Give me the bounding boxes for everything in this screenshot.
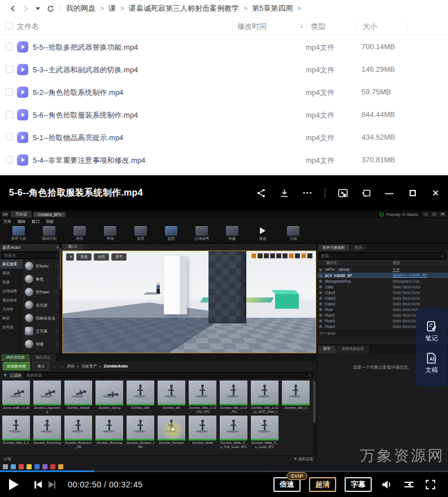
breadcrumb-item[interactable]: 第5章第四周	[252, 3, 293, 14]
download-icon[interactable]	[279, 187, 290, 198]
video-player-window: 5-6--角色拾取服装系统制作.mp4 —	[0, 175, 448, 497]
info-icon: ⓘ	[55, 263, 59, 269]
viewport-white-column	[164, 256, 186, 314]
file-name[interactable]: 5-2--角色拾取系统制作.mp4	[33, 88, 123, 98]
play-button[interactable]	[9, 479, 19, 490]
asset-item: Zombie_Walk	[189, 416, 216, 449]
history-dropdown-icon[interactable]	[32, 2, 44, 15]
more-icon[interactable]	[302, 187, 313, 198]
cast-icon[interactable]	[360, 187, 372, 198]
share-icon[interactable]	[255, 187, 267, 198]
picture-in-picture-icon[interactable]	[337, 187, 349, 198]
asset-thumbnail	[33, 381, 61, 405]
ue-content-browser: 内容浏览器 输出日志 添加新内容 导入 ← → 内容▸ 玩家资产▸ Zombie…	[0, 353, 316, 463]
minimize-icon[interactable]: —	[384, 187, 395, 198]
select-all-checkbox[interactable]	[6, 22, 13, 29]
maximize-icon[interactable]	[407, 187, 418, 198]
asset-item: Zombie_Idle_1-v2_IPC	[220, 381, 247, 414]
import-button: 导入	[33, 362, 50, 370]
column-filename[interactable]: 文件名	[17, 21, 39, 32]
ue-toolbar: 保存当前 源码控制 内容 市场 设置 蓝	[0, 224, 448, 244]
video-file-icon	[17, 41, 28, 53]
notes-button[interactable]: 笔记	[425, 320, 438, 343]
outliner-tab: 世界大纲视图	[318, 244, 349, 251]
ue-place-actors-panel: 放置Actor ✕ ⌕ 最近放置基础光源过场动画视觉效果几何体体积所有类	[0, 244, 62, 353]
ue-place-category: 几何体	[0, 305, 23, 314]
file-name[interactable]: 5-3--主武器和副武器的切换.mp4	[33, 65, 138, 75]
transcript-button[interactable]: A\ 文稿	[425, 352, 438, 374]
refresh-icon[interactable]	[44, 2, 56, 15]
divider	[325, 188, 325, 197]
row-checkbox[interactable]	[6, 43, 13, 50]
breadcrumb-separator: >	[297, 5, 301, 12]
file-name[interactable]: 5-6--角色拾取服装系统制作.mp4	[33, 110, 138, 120]
asset-item: Zombie_Scratch_Idle	[127, 416, 154, 449]
row-checkbox[interactable]	[6, 66, 13, 73]
asset-thumbnail	[95, 416, 123, 440]
file-row[interactable]: 5-6--角色拾取服装系统制作.mp4 mp4文件 844.44MB	[0, 103, 448, 126]
file-name[interactable]: 5-1--拾取物品高亮提示.mp4	[33, 133, 123, 143]
row-checkbox[interactable]	[6, 111, 13, 118]
add-new-button: 添加新内容	[3, 362, 30, 370]
file-row[interactable]: 5-2--角色拾取系统制作.mp4 mp4文件 59.75MB	[0, 81, 448, 103]
ue-place-item: 球体 ⓘ	[23, 338, 62, 351]
file-row[interactable]: 5-5--拾取多把武器替换功能.mp4 mp4文件 700.14MB	[0, 36, 448, 58]
asset-thumbnail	[95, 381, 123, 405]
playlist-icon[interactable]	[402, 478, 416, 491]
asset-thumbnail	[189, 416, 216, 440]
breadcrumb-item[interactable]: 课	[108, 3, 116, 14]
ue-window-title: Friendly Or Bases	[386, 213, 418, 217]
breadcrumb-item[interactable]: 谌嘉诚死寂第三人称射击案例教学	[129, 3, 239, 14]
file-name[interactable]: 5-4--非常重要注意事项和修改.mp4	[33, 155, 145, 166]
column-type[interactable]: 类型	[311, 21, 325, 32]
file-type: mp4文件	[306, 42, 334, 53]
asset-item: Zombie_Idle_1-v2_to_SCD_Start_IPC	[251, 381, 279, 414]
info-icon: ⓘ	[55, 342, 59, 347]
asset-thumbnail	[158, 416, 185, 440]
file-name[interactable]: 5-5--拾取多把武器替换功能.mp4	[33, 42, 138, 53]
close-icon[interactable]: ✕	[430, 187, 441, 198]
outliner-row: Cube2 Static Mesh Actor	[317, 289, 448, 295]
taskbar-icon	[19, 464, 24, 469]
column-size[interactable]: 大小	[363, 21, 377, 32]
sort-desc-icon[interactable]: ↓	[299, 21, 303, 29]
ue-toolbar-icon	[226, 226, 238, 236]
column-modified[interactable]: 修改时间	[237, 21, 267, 32]
volume-icon[interactable]	[380, 478, 394, 491]
file-row[interactable]: 5-4--非常重要注意事项和修改.mp4 mp4文件 370.81MB	[0, 149, 448, 171]
ue-toolbar-button: 蓝图	[157, 226, 185, 241]
breadcrumb-separator: >	[100, 5, 104, 12]
quality-button[interactable]: 超清	[309, 477, 336, 492]
ue-viewport-canvas: ▾ 透视 光照 显示	[62, 250, 316, 353]
ue-toolbar-icon	[104, 226, 116, 236]
ue-place-item: 点光源 ⓘ	[23, 299, 62, 312]
previous-button[interactable]	[34, 481, 42, 489]
ue-title-bar: U4 无标题 Content_BPs Friendly Or Bases – □…	[0, 210, 448, 218]
back-icon[interactable]	[7, 2, 19, 15]
breadcrumb-item[interactable]: 我的网盘	[66, 3, 95, 14]
row-checkbox[interactable]	[6, 156, 13, 163]
file-size: 59.75MB	[362, 88, 391, 96]
video-frame[interactable]: U4 无标题 Content_BPs Friendly Or Bases – □…	[0, 210, 448, 470]
next-button[interactable]	[49, 481, 56, 489]
video-file-icon	[17, 64, 28, 75]
navigation-bar: 我的网盘 > 课 > 谌嘉诚死寂第三人称射击案例教学 > 第5章第四周 >	[0, 0, 448, 17]
file-row[interactable]: 5-1--拾取物品高亮提示.mp4 mp4文件 434.52MB	[0, 126, 448, 149]
forward-icon[interactable]	[19, 2, 32, 15]
ue-actor-icon	[25, 340, 33, 348]
asset-thumbnail	[2, 381, 30, 405]
ue-menu-item: 窗口	[32, 219, 40, 224]
ue-toolbar-button: 启动	[279, 226, 307, 241]
info-icon: ⓘ	[55, 329, 59, 334]
speed-button[interactable]: 倍速 SVIP	[273, 477, 301, 492]
file-row[interactable]: 5-3--主武器和副武器的切换.mp4 mp4文件 146.29MB	[0, 58, 448, 81]
ue-class-search: ⌕	[2, 252, 60, 259]
details-tab: 细节	[318, 345, 336, 353]
row-checkbox[interactable]	[6, 88, 13, 96]
fullscreen-icon[interactable]	[424, 478, 437, 491]
subtitle-button[interactable]: 字幕	[345, 477, 372, 492]
viewport-show-button: 显示	[111, 253, 127, 261]
ue-viewport-tab: 视口1	[62, 244, 83, 250]
row-checkbox[interactable]	[6, 133, 13, 141]
file-list: 5-5--拾取多把武器替换功能.mp4 mp4文件 700.14MB 5-3--…	[0, 36, 448, 171]
